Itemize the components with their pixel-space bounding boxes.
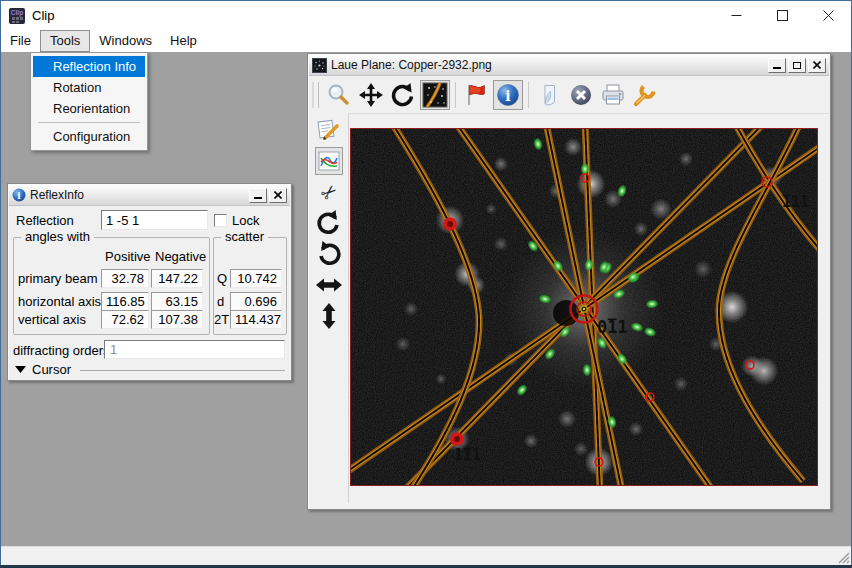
reflection-input[interactable]: 1 -5 1 — [101, 210, 208, 230]
divider — [80, 370, 285, 371]
menu-separator — [38, 122, 140, 123]
laue-image[interactable]: 011111111 — [350, 128, 818, 486]
value-box: 63.15 — [151, 292, 203, 311]
wrench-icon[interactable] — [630, 80, 660, 110]
window-title: Clip — [32, 8, 54, 23]
sketch-icon[interactable] — [315, 116, 343, 144]
main-titlebar[interactable]: Clip Clip — [1, 1, 851, 30]
maximize-button[interactable] — [759, 1, 805, 30]
toolbar-separator — [455, 82, 456, 108]
app-icon: Clip — [8, 7, 26, 25]
scatter-legend: scatter — [221, 229, 268, 244]
close-circle-icon[interactable] — [566, 80, 596, 110]
rotate-cw-icon[interactable] — [315, 209, 343, 237]
menu-tools[interactable]: Tools — [40, 30, 90, 52]
toolbar-separator — [528, 82, 529, 108]
close-button[interactable] — [269, 188, 287, 203]
flip-vertical-icon[interactable] — [315, 302, 343, 330]
col-negative: Negative — [155, 249, 206, 264]
diffracting-orders-label: diffracting orders — [13, 343, 110, 358]
reflexinfo-window: i ReflexInfo Reflection 1 -5 1 Lock angl… — [7, 183, 292, 381]
diffracting-orders-input[interactable]: 1 — [104, 340, 285, 359]
row-label: primary beam — [18, 271, 97, 286]
value-box: 0.696 — [230, 292, 282, 311]
svg-text:i: i — [17, 191, 21, 201]
tools-dropdown-menu: Reflection Info Rotation Reorientation C… — [30, 52, 148, 151]
row-label: 2T — [214, 312, 229, 327]
lock-label: Lock — [232, 213, 259, 228]
minimize-button[interactable] — [768, 58, 786, 73]
angles-with-legend: angles with — [21, 229, 94, 244]
menuitem-reorientation[interactable]: Reorientation — [33, 98, 145, 119]
info-icon[interactable]: i — [493, 80, 523, 110]
menuitem-rotation[interactable]: Rotation — [33, 77, 145, 98]
value-box: 10.742 — [230, 269, 282, 288]
rotate-ccw-icon[interactable] — [315, 240, 343, 268]
zoom-icon[interactable] — [324, 80, 354, 110]
flag-icon[interactable] — [461, 80, 491, 110]
minimize-button[interactable] — [249, 188, 267, 203]
value-box: 147.22 — [151, 269, 203, 288]
laue-side-toolbar: ✂ — [309, 113, 349, 503]
close-button[interactable] — [805, 1, 851, 30]
reflexinfo-titlebar[interactable]: i ReflexInfo — [9, 185, 290, 206]
resize-grip[interactable] — [836, 550, 850, 564]
rotate-icon[interactable] — [388, 80, 418, 110]
menubar: File Tools Windows Help — [1, 30, 851, 52]
maximize-button[interactable] — [788, 58, 806, 73]
lock-checkbox[interactable] — [214, 214, 227, 227]
menu-file[interactable]: File — [1, 30, 40, 52]
col-positive: Positive — [105, 249, 151, 264]
value-box: 114.437 — [230, 310, 282, 329]
svg-text:i: i — [505, 88, 510, 104]
value-box: 107.38 — [151, 310, 203, 329]
reflexinfo-title: ReflexInfo — [30, 188, 247, 202]
toolbar-grip[interactable] — [312, 82, 319, 108]
value-box: 116.85 — [101, 292, 149, 311]
pan-icon[interactable] — [356, 80, 386, 110]
menu-help[interactable]: Help — [161, 30, 206, 52]
page-flip-icon[interactable] — [534, 80, 564, 110]
info-icon: i — [12, 188, 26, 202]
image-overlay-icon[interactable] — [420, 80, 450, 110]
flip-horizontal-icon[interactable] — [315, 271, 343, 299]
status-bar — [1, 546, 851, 565]
menu-windows[interactable]: Windows — [90, 30, 161, 52]
cursor-section-header[interactable]: Cursor — [32, 362, 71, 377]
minimize-button[interactable] — [713, 1, 759, 30]
reflection-label: Reflection — [16, 213, 74, 228]
main-window: Clip Clip File Tools Windows Help Reflec… — [0, 0, 852, 568]
svg-text:Clip: Clip — [11, 9, 23, 17]
collapse-triangle-icon — [15, 365, 26, 374]
laue-toolbar: i — [309, 77, 829, 114]
row-label: d — [217, 294, 224, 309]
laue-plane-window: Laue Plane: Copper-2932.png — [307, 53, 831, 510]
value-box: 72.62 — [101, 310, 149, 329]
scissors-icon[interactable]: ✂ — [315, 178, 343, 206]
curves-icon[interactable] — [315, 147, 343, 175]
row-label: Q — [217, 271, 227, 286]
row-label: vertical axis — [18, 312, 86, 327]
laue-thumbnail-icon — [312, 58, 327, 73]
laue-title: Laue Plane: Copper-2932.png — [331, 58, 766, 72]
menuitem-configuration[interactable]: Configuration — [33, 126, 145, 147]
laue-titlebar[interactable]: Laue Plane: Copper-2932.png — [309, 55, 829, 76]
menuitem-reflection-info[interactable]: Reflection Info — [33, 56, 145, 77]
print-icon[interactable] — [598, 80, 628, 110]
close-button[interactable] — [808, 58, 826, 73]
row-label: horizontal axis — [18, 294, 101, 309]
value-box: 32.78 — [101, 269, 149, 288]
